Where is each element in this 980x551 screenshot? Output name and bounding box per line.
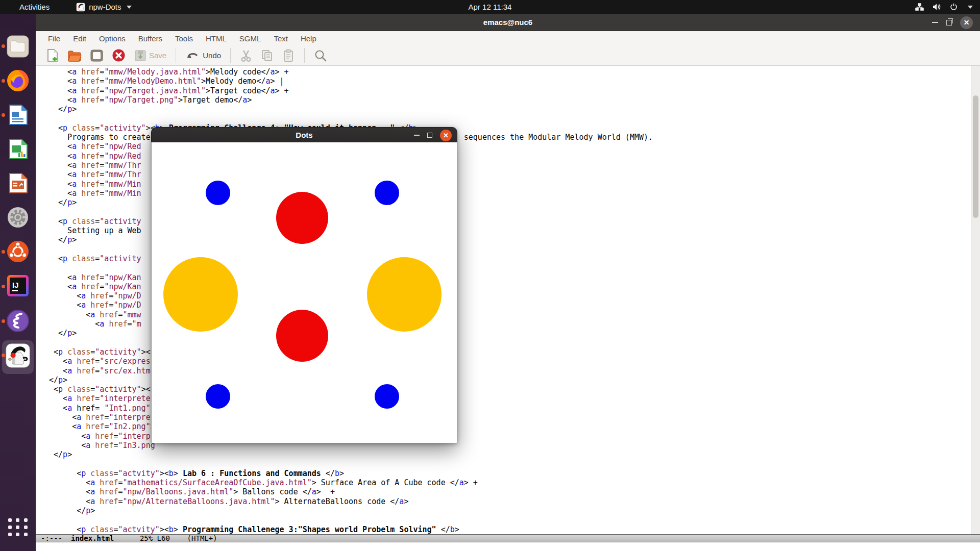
menu-file[interactable]: File	[48, 34, 60, 43]
dot-red-3	[276, 192, 328, 244]
new-file-button[interactable]	[42, 47, 63, 64]
dot-red-6	[276, 310, 328, 362]
menu-tools[interactable]: Tools	[175, 34, 193, 43]
system-menu-chevron-icon[interactable]	[968, 6, 973, 9]
save-button[interactable]: Save	[130, 47, 170, 64]
close-button[interactable]: ✕	[960, 16, 973, 29]
dock-item-firefox[interactable]	[5, 67, 31, 94]
dock-item-libreoffice-impress[interactable]	[5, 170, 31, 196]
menu-html[interactable]: HTML	[206, 34, 227, 43]
save-label: Save	[149, 51, 166, 60]
open-file-button[interactable]	[63, 47, 86, 64]
clock[interactable]: Apr 12 11:34	[0, 3, 980, 11]
menu-edit[interactable]: Edit	[73, 34, 86, 43]
emacs-window-title: emacs@nuc6	[483, 18, 532, 27]
menu-text[interactable]: Text	[274, 34, 288, 43]
dot-blue-2	[375, 181, 399, 205]
scrollbar-track[interactable]	[971, 66, 980, 534]
dock-item-settings[interactable]	[5, 204, 31, 231]
echo-area: Wrote /home/jstein4/public_html/CS1WorkS…	[36, 542, 980, 551]
dot-blue-1	[206, 181, 230, 205]
dot-yellow-5	[367, 257, 442, 332]
undo-button[interactable]: Undo	[181, 47, 225, 64]
cut-button[interactable]	[236, 47, 256, 64]
emacs-toolbar: Save Undo	[36, 45, 980, 66]
power-icon[interactable]	[950, 3, 958, 11]
emacs-titlebar[interactable]: emacs@nuc6 ✕	[36, 14, 980, 31]
mode-line: -:--- index.html 25% L60 (HTML+)	[36, 534, 980, 542]
dot-yellow-4	[163, 257, 238, 332]
dots-close-button[interactable]: ✕	[440, 130, 452, 141]
dock-item-java-dots[interactable]	[5, 342, 31, 369]
network-icon[interactable]	[915, 3, 924, 11]
dock-item-intellij[interactable]: IJ	[5, 272, 31, 299]
copy-button[interactable]	[256, 47, 278, 64]
restore-button[interactable]	[946, 20, 952, 26]
volume-icon[interactable]	[933, 3, 941, 11]
minimize-button[interactable]	[932, 22, 938, 23]
top-bar: Activities npw-Dots Apr 12 11:34	[0, 0, 980, 14]
dock-item-files[interactable]	[5, 33, 31, 60]
dots-maximize-button[interactable]	[427, 133, 432, 138]
dots-titlebar[interactable]: Dots ✕	[151, 127, 457, 142]
search-button[interactable]	[310, 47, 331, 64]
modeline-buffer-name: index.html	[71, 535, 114, 542]
svg-text:IJ: IJ	[12, 281, 19, 289]
dock-item-emacs[interactable]	[5, 308, 31, 334]
dots-window: Dots ✕	[151, 127, 457, 443]
paste-button[interactable]	[278, 47, 299, 64]
dots-canvas	[151, 142, 457, 443]
dot-blue-7	[206, 384, 230, 409]
modeline-prefix: -:---	[41, 535, 71, 542]
menu-buffers[interactable]: Buffers	[138, 34, 162, 43]
menu-bar: FileEditOptionsBuffersToolsHTMLSGMLTextH…	[36, 31, 980, 45]
menu-help[interactable]: Help	[301, 34, 316, 43]
dots-minimize-button[interactable]	[414, 135, 420, 136]
dock-item-libreoffice-writer[interactable]	[5, 102, 31, 128]
dock-item-libreoffice-calc[interactable]	[5, 136, 31, 162]
dock-item-ubuntu-software[interactable]	[5, 238, 31, 265]
menu-options[interactable]: Options	[99, 34, 126, 43]
app-grid-button[interactable]	[8, 517, 28, 537]
dock: IJ	[0, 14, 36, 551]
dot-blue-8	[375, 384, 399, 409]
scrollbar-thumb[interactable]	[973, 95, 978, 218]
undo-label: Undo	[203, 51, 221, 60]
dired-button[interactable]	[86, 47, 108, 64]
modeline-status: 25% L60 (HTML+)	[114, 535, 217, 542]
close-buffer-button[interactable]	[108, 47, 130, 64]
dots-window-title: Dots	[296, 131, 312, 139]
menu-sgml[interactable]: SGML	[239, 34, 261, 43]
